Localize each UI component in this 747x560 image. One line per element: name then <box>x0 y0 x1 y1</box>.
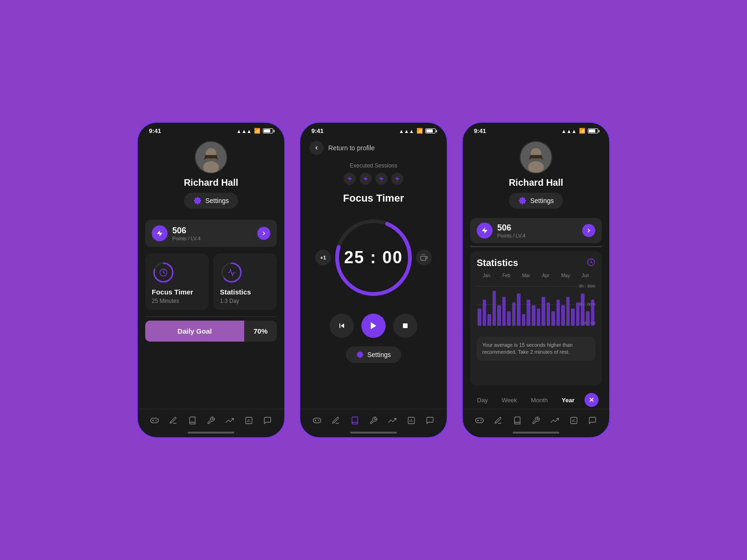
svg-point-2 <box>203 161 219 173</box>
timer-controls <box>300 304 447 344</box>
back-button[interactable] <box>310 141 324 155</box>
chart-bar <box>522 314 526 326</box>
back-label: Return to profile <box>328 144 375 152</box>
nav-trending-2[interactable] <box>386 414 399 427</box>
chart-bar <box>527 300 530 326</box>
focus-timer-card[interactable]: Focus Timer 25 Minutes <box>145 253 209 310</box>
screens-container: 9:41 ▲▲▲ 📶 Richard Hall <box>136 121 611 439</box>
plus-one-button[interactable]: +1 <box>315 250 331 266</box>
status-time-2: 9:41 <box>311 127 324 134</box>
daily-goal-percentage: 70% <box>244 321 277 342</box>
stats-avatar <box>520 141 552 174</box>
timer-settings-button[interactable]: Settings <box>346 346 402 363</box>
stats-title: Statistics <box>477 258 518 268</box>
skip-back-button[interactable] <box>330 314 354 338</box>
nav-book-1[interactable] <box>186 414 199 427</box>
lightning-icon-3 <box>477 223 493 238</box>
nav-chartbar-3[interactable] <box>567 414 580 427</box>
points-bar-1: 506 Points / LV.4 <box>145 220 277 247</box>
battery-icon-3 <box>588 128 598 133</box>
battery-icon-2 <box>425 128 436 133</box>
filter-day[interactable]: Day <box>473 395 492 406</box>
daily-goal-button[interactable]: Daily Goal <box>145 321 244 342</box>
points-label-1: Points / LV.4 <box>172 236 253 241</box>
timer-settings-label: Settings <box>367 351 391 358</box>
bottom-nav-3 <box>463 409 609 430</box>
status-time-3: 9:41 <box>474 127 486 134</box>
nav-tools-3[interactable] <box>529 414 543 427</box>
bars-container <box>477 291 595 326</box>
status-bar-1: 9:41 ▲▲▲ 📶 <box>138 123 284 136</box>
settings-label-1: Settings <box>205 197 229 204</box>
statistics-ring <box>220 261 243 284</box>
daily-goal-row: Daily Goal 70% <box>145 321 277 342</box>
nav-tools-1[interactable] <box>204 414 218 427</box>
avatar-image <box>196 141 226 174</box>
chart-bar <box>507 311 511 326</box>
chart-label-top: 5h : 30m <box>579 284 595 288</box>
points-info-1: 506 Points / LV.4 <box>172 226 253 241</box>
svg-marker-15 <box>371 322 376 329</box>
settings-button-1[interactable]: Settings <box>184 193 239 209</box>
svg-rect-23 <box>476 418 484 423</box>
nav-chartbar-1[interactable] <box>242 414 255 427</box>
chevron-right-btn-3[interactable] <box>582 224 595 237</box>
stats-points-info: 506 Points / LV.4 <box>497 223 578 238</box>
month-feb: Feb <box>496 273 516 278</box>
nav-pen-3[interactable] <box>492 414 505 427</box>
nav-pen-1[interactable] <box>167 414 180 427</box>
nav-pen-2[interactable] <box>329 414 342 427</box>
filter-year[interactable]: Year <box>558 395 578 406</box>
executed-sessions: Executed Sessions <box>300 160 447 189</box>
stats-profile-name: Richard Hall <box>509 177 564 188</box>
month-jun: Jun <box>576 273 595 278</box>
chart-bar <box>487 314 491 326</box>
nav-chat-2[interactable] <box>423 414 437 427</box>
nav-gamepad-2[interactable] <box>310 414 324 427</box>
nav-tools-2[interactable] <box>367 414 380 427</box>
timer-circle-container: +1 25 : 00 <box>300 211 447 304</box>
chart-line-top: 5h : 30m <box>477 286 595 287</box>
stats-profile-section: Richard Hall Settings <box>463 136 609 215</box>
svg-rect-8 <box>151 418 159 423</box>
settings-button-3[interactable]: Settings <box>509 193 564 209</box>
filter-month[interactable]: Month <box>527 395 551 406</box>
focus-timer-subtitle: 25 Minutes <box>152 298 179 304</box>
chart-bar <box>532 305 536 326</box>
chart-bar <box>576 302 580 326</box>
nav-gamepad-3[interactable] <box>473 414 486 427</box>
nav-book-3[interactable] <box>511 414 524 427</box>
status-bar-2: 9:41 ▲▲▲ 📶 <box>300 123 447 136</box>
chevron-right-btn-1[interactable] <box>257 227 270 240</box>
chart-bar <box>497 305 501 326</box>
chart-bar <box>591 300 595 326</box>
statistics-card[interactable]: Statistics 1.3 Day <box>213 253 277 310</box>
nav-chat-3[interactable] <box>586 414 599 427</box>
advice-box: Your average is 15 seconds higher than r… <box>477 337 595 361</box>
home-indicator-1 <box>188 432 234 434</box>
executed-label: Executed Sessions <box>310 162 437 169</box>
chart-bar <box>542 297 545 326</box>
status-time-1: 9:41 <box>149 127 161 134</box>
nav-chat-1[interactable] <box>261 414 274 427</box>
nav-trending-3[interactable] <box>548 414 561 427</box>
bottom-nav-2 <box>300 409 447 430</box>
nav-trending-1[interactable] <box>223 414 236 427</box>
month-jan: Jan <box>477 273 496 278</box>
close-filter-button[interactable]: ✕ <box>585 393 599 407</box>
timer-header: Return to profile <box>300 136 447 160</box>
focus-timer-ring <box>152 261 175 284</box>
play-button[interactable] <box>361 314 386 338</box>
session-2 <box>359 173 372 185</box>
nav-chartbar-2[interactable] <box>405 414 418 427</box>
statistics-panel: Statistics Jan Feb Mar Apr May Jun <box>470 251 602 385</box>
gear-icon-1 <box>193 196 202 205</box>
chart-bar <box>571 308 575 326</box>
nav-book-2[interactable] <box>348 414 361 427</box>
filter-week[interactable]: Week <box>498 395 521 406</box>
coffee-button[interactable] <box>416 250 432 266</box>
nav-gamepad-1[interactable] <box>148 414 161 427</box>
focus-timer-title: Focus Timer <box>152 288 193 296</box>
stop-button[interactable] <box>393 314 417 338</box>
phone-timer: 9:41 ▲▲▲ 📶 Return to profile Executed Se… <box>299 121 448 439</box>
